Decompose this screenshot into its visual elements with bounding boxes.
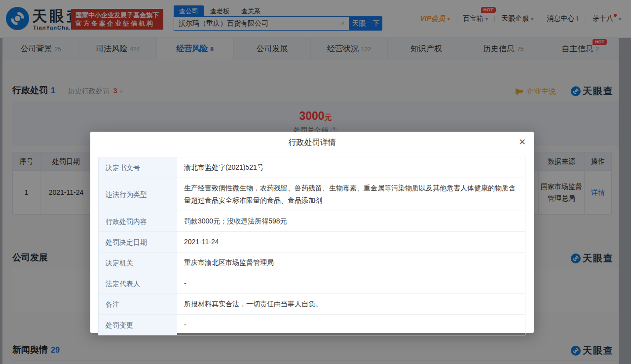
detail-label: 处罚决定日期 <box>99 232 177 252</box>
tianyancha-page: 天眼查 TianYanCha.com 国家中小企业发展子基金旗下 官方备案企业征… <box>0 0 631 364</box>
close-icon[interactable]: ✕ <box>519 137 526 147</box>
detail-row: 处罚变更 - <box>99 314 525 335</box>
penalty-detail-modal: 行政处罚详情 ✕ 决定书文号 渝北市监处字(2021)521号 违法行为类型 生… <box>90 132 534 333</box>
detail-row: 行政处罚内容 罚款3000元；没收违法所得598元 <box>99 211 525 231</box>
detail-row: 决定机关 重庆市渝北区市场监督管理局 <box>99 252 525 273</box>
detail-label: 违法行为类型 <box>99 178 177 211</box>
detail-label: 决定机关 <box>99 253 177 273</box>
detail-label: 决定书文号 <box>99 157 177 178</box>
detail-row: 法定代表人 - <box>99 273 525 293</box>
detail-row: 决定书文号 渝北市监处字(2021)521号 <box>99 157 525 178</box>
detail-label: 法定代表人 <box>99 273 177 293</box>
modal-title: 行政处罚详情 <box>90 132 534 153</box>
detail-value: 生产经营致病性微生物，农药残留、兽药残留、生物毒素、重金属等污染物质以及其他危害… <box>177 178 525 211</box>
detail-label: 备注 <box>99 294 177 314</box>
detail-value: - <box>177 273 525 293</box>
detail-value: 2021-11-24 <box>177 232 525 252</box>
detail-value: 重庆市渝北区市场监督管理局 <box>177 253 525 273</box>
detail-row: 违法行为类型 生产经营致病性微生物，农药残留、兽药残留、生物毒素、重金属等污染物… <box>99 178 525 211</box>
detail-value: - <box>177 315 525 335</box>
detail-value: 渝北市监处字(2021)521号 <box>177 157 525 178</box>
detail-label: 行政处罚内容 <box>99 211 177 231</box>
detail-label: 处罚变更 <box>99 315 177 335</box>
detail-value: 所报材料真实合法，一切责任由当事人自负。 <box>177 294 525 314</box>
detail-row: 备注 所报材料真实合法，一切责任由当事人自负。 <box>99 293 525 314</box>
penalty-detail-table: 决定书文号 渝北市监处字(2021)521号 违法行为类型 生产经营致病性微生物… <box>98 157 525 335</box>
detail-value: 罚款3000元；没收违法所得598元 <box>177 211 525 231</box>
detail-row: 处罚决定日期 2021-11-24 <box>99 231 525 252</box>
